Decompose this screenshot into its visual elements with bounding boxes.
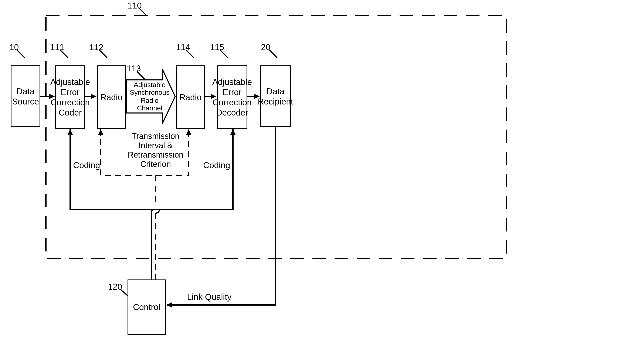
ref-111: 111 xyxy=(50,43,64,52)
radio-tx-label: Radio xyxy=(100,92,123,102)
ref-115: 115 xyxy=(210,43,224,52)
ref-20: 20 xyxy=(261,43,270,52)
data-source-label: Data Source xyxy=(12,86,39,106)
ref-120: 120 xyxy=(108,282,122,292)
coder-box: Adjustable Error Correction Coder xyxy=(55,65,85,129)
control-label: Control xyxy=(133,302,160,312)
coder-label: Adjustable Error Correction Coder xyxy=(50,77,90,117)
channel-label: Adjustable Synchronous Radio Channel xyxy=(128,81,172,112)
control-box: Control xyxy=(128,279,166,335)
data-recipient-box: Data Recipient xyxy=(260,65,291,127)
decoder-box: Adjustable Error Correction Decoder xyxy=(217,65,247,129)
decoder-label: Adjustable Error Correction Decoder xyxy=(212,77,252,117)
ref-114: 114 xyxy=(176,43,190,52)
ref-110: 110 xyxy=(128,1,142,11)
transmission-label: Transmission Interval & Retransmission C… xyxy=(118,132,193,169)
ref-112: 112 xyxy=(89,43,104,52)
link-quality-label: Link Quality xyxy=(187,292,231,302)
svg-line-59 xyxy=(269,50,277,58)
radio-rx-box: Radio xyxy=(176,65,205,129)
ref-113: 113 xyxy=(127,64,141,74)
radio-tx-box: Radio xyxy=(97,65,126,129)
radio-rx-label: Radio xyxy=(179,92,202,102)
data-source-box: Data Source xyxy=(11,65,40,127)
ref-10: 10 xyxy=(9,43,19,52)
data-recipient-label: Data Recipient xyxy=(258,86,293,106)
coding-right-label: Coding xyxy=(203,161,230,170)
coding-left-label: Coding xyxy=(73,161,100,170)
diagram-svg xyxy=(0,0,627,364)
